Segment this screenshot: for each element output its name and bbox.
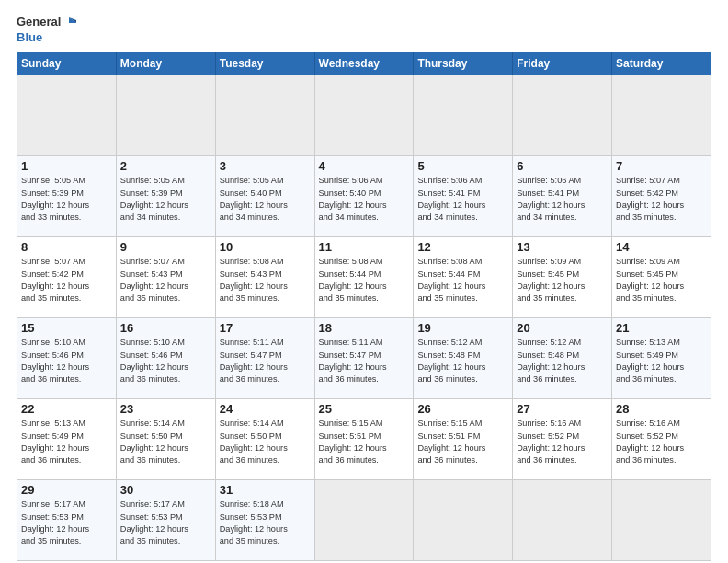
day-info: Sunrise: 5:16 AM Sunset: 5:52 PM Dayligh…	[517, 418, 608, 466]
calendar-cell	[314, 75, 414, 156]
calendar-cell: 11Sunrise: 5:08 AM Sunset: 5:44 PM Dayli…	[314, 237, 414, 318]
day-info: Sunrise: 5:09 AM Sunset: 5:45 PM Dayligh…	[517, 256, 608, 304]
calendar-cell: 24Sunrise: 5:14 AM Sunset: 5:50 PM Dayli…	[215, 399, 314, 480]
calendar-cell: 6Sunrise: 5:06 AM Sunset: 5:41 PM Daylig…	[513, 156, 612, 237]
day-number: 12	[417, 240, 508, 254]
calendar-cell: 23Sunrise: 5:14 AM Sunset: 5:50 PM Dayli…	[116, 399, 215, 480]
calendar-cell: 8Sunrise: 5:07 AM Sunset: 5:42 PM Daylig…	[17, 237, 117, 318]
calendar-cell: 27Sunrise: 5:16 AM Sunset: 5:52 PM Dayli…	[513, 399, 612, 480]
day-info: Sunrise: 5:08 AM Sunset: 5:44 PM Dayligh…	[319, 256, 410, 304]
calendar-cell: 1Sunrise: 5:05 AM Sunset: 5:39 PM Daylig…	[17, 156, 117, 237]
day-info: Sunrise: 5:12 AM Sunset: 5:48 PM Dayligh…	[517, 337, 608, 385]
day-number: 17	[220, 321, 311, 335]
calendar-cell	[513, 480, 612, 561]
day-number: 27	[517, 402, 608, 416]
day-info: Sunrise: 5:14 AM Sunset: 5:50 PM Dayligh…	[120, 418, 211, 466]
logo-text: General Blue	[17, 15, 76, 44]
day-info: Sunrise: 5:10 AM Sunset: 5:46 PM Dayligh…	[21, 337, 112, 385]
day-number: 26	[417, 402, 508, 416]
day-number: 6	[517, 159, 608, 173]
day-info: Sunrise: 5:18 AM Sunset: 5:53 PM Dayligh…	[220, 499, 311, 547]
calendar-cell: 4Sunrise: 5:06 AM Sunset: 5:40 PM Daylig…	[314, 156, 414, 237]
day-info: Sunrise: 5:15 AM Sunset: 5:51 PM Dayligh…	[319, 418, 410, 466]
calendar-week-row: 1Sunrise: 5:05 AM Sunset: 5:39 PM Daylig…	[17, 156, 711, 237]
calendar-cell: 31Sunrise: 5:18 AM Sunset: 5:53 PM Dayli…	[215, 480, 314, 561]
calendar-cell: 10Sunrise: 5:08 AM Sunset: 5:43 PM Dayli…	[215, 237, 314, 318]
calendar-cell: 26Sunrise: 5:15 AM Sunset: 5:51 PM Dayli…	[414, 399, 513, 480]
logo: General Blue	[17, 15, 76, 44]
calendar-cell: 15Sunrise: 5:10 AM Sunset: 5:46 PM Dayli…	[17, 318, 117, 399]
calendar-cell	[612, 75, 711, 156]
day-info: Sunrise: 5:11 AM Sunset: 5:47 PM Dayligh…	[220, 337, 311, 385]
calendar-cell: 18Sunrise: 5:11 AM Sunset: 5:47 PM Dayli…	[314, 318, 414, 399]
day-number: 23	[120, 402, 211, 416]
day-number: 30	[120, 483, 211, 497]
day-number: 19	[417, 321, 508, 335]
calendar-cell: 14Sunrise: 5:09 AM Sunset: 5:45 PM Dayli…	[612, 237, 711, 318]
column-header-monday: Monday	[116, 52, 215, 75]
day-info: Sunrise: 5:06 AM Sunset: 5:40 PM Dayligh…	[319, 175, 410, 224]
day-info: Sunrise: 5:15 AM Sunset: 5:51 PM Dayligh…	[417, 418, 508, 466]
calendar-cell: 28Sunrise: 5:16 AM Sunset: 5:52 PM Dayli…	[612, 399, 711, 480]
day-number: 21	[616, 321, 707, 335]
day-number: 16	[120, 321, 211, 335]
day-number: 9	[120, 240, 211, 254]
calendar-cell: 21Sunrise: 5:13 AM Sunset: 5:49 PM Dayli…	[612, 318, 711, 399]
calendar-cell	[612, 480, 711, 561]
day-number: 25	[319, 402, 410, 416]
calendar-cell	[314, 480, 414, 561]
day-info: Sunrise: 5:17 AM Sunset: 5:53 PM Dayligh…	[21, 499, 112, 547]
calendar-week-row: 22Sunrise: 5:13 AM Sunset: 5:49 PM Dayli…	[17, 399, 711, 480]
calendar-cell: 12Sunrise: 5:08 AM Sunset: 5:44 PM Dayli…	[414, 237, 513, 318]
calendar-cell: 3Sunrise: 5:05 AM Sunset: 5:40 PM Daylig…	[215, 156, 314, 237]
day-info: Sunrise: 5:06 AM Sunset: 5:41 PM Dayligh…	[517, 175, 608, 224]
calendar-cell: 22Sunrise: 5:13 AM Sunset: 5:49 PM Dayli…	[17, 399, 117, 480]
calendar-week-row: 29Sunrise: 5:17 AM Sunset: 5:53 PM Dayli…	[17, 480, 711, 561]
column-header-saturday: Saturday	[612, 52, 711, 75]
calendar-table: SundayMondayTuesdayWednesdayThursdayFrid…	[17, 52, 711, 561]
day-info: Sunrise: 5:05 AM Sunset: 5:40 PM Dayligh…	[220, 175, 311, 224]
calendar-cell	[17, 75, 117, 156]
calendar-week-row	[17, 75, 711, 156]
column-header-friday: Friday	[513, 52, 612, 75]
day-info: Sunrise: 5:16 AM Sunset: 5:52 PM Dayligh…	[616, 418, 707, 466]
day-number: 14	[616, 240, 707, 254]
day-number: 15	[21, 321, 112, 335]
calendar-cell: 25Sunrise: 5:15 AM Sunset: 5:51 PM Dayli…	[314, 399, 414, 480]
calendar-cell: 13Sunrise: 5:09 AM Sunset: 5:45 PM Dayli…	[513, 237, 612, 318]
calendar-cell	[215, 75, 314, 156]
calendar-cell: 29Sunrise: 5:17 AM Sunset: 5:53 PM Dayli…	[17, 480, 117, 561]
day-info: Sunrise: 5:14 AM Sunset: 5:50 PM Dayligh…	[220, 418, 311, 466]
calendar-cell: 17Sunrise: 5:11 AM Sunset: 5:47 PM Dayli…	[215, 318, 314, 399]
day-number: 20	[517, 321, 608, 335]
day-number: 7	[616, 159, 707, 173]
day-number: 29	[21, 483, 112, 497]
day-info: Sunrise: 5:05 AM Sunset: 5:39 PM Dayligh…	[21, 175, 112, 224]
day-info: Sunrise: 5:11 AM Sunset: 5:47 PM Dayligh…	[319, 337, 410, 385]
calendar-cell	[513, 75, 612, 156]
day-info: Sunrise: 5:12 AM Sunset: 5:48 PM Dayligh…	[417, 337, 508, 385]
day-number: 31	[220, 483, 311, 497]
calendar-cell: 16Sunrise: 5:10 AM Sunset: 5:46 PM Dayli…	[116, 318, 215, 399]
day-info: Sunrise: 5:07 AM Sunset: 5:42 PM Dayligh…	[616, 175, 707, 224]
day-info: Sunrise: 5:13 AM Sunset: 5:49 PM Dayligh…	[616, 337, 707, 385]
calendar-cell	[414, 75, 513, 156]
column-header-wednesday: Wednesday	[314, 52, 414, 75]
day-number: 28	[616, 402, 707, 416]
column-header-tuesday: Tuesday	[215, 52, 314, 75]
calendar-cell: 9Sunrise: 5:07 AM Sunset: 5:43 PM Daylig…	[116, 237, 215, 318]
calendar-cell: 20Sunrise: 5:12 AM Sunset: 5:48 PM Dayli…	[513, 318, 612, 399]
calendar-cell: 2Sunrise: 5:05 AM Sunset: 5:39 PM Daylig…	[116, 156, 215, 237]
day-info: Sunrise: 5:08 AM Sunset: 5:44 PM Dayligh…	[417, 256, 508, 304]
day-number: 4	[319, 159, 410, 173]
logo-wing-icon	[62, 16, 76, 30]
calendar-week-row: 15Sunrise: 5:10 AM Sunset: 5:46 PM Dayli…	[17, 318, 711, 399]
day-info: Sunrise: 5:05 AM Sunset: 5:39 PM Dayligh…	[120, 175, 211, 224]
column-header-thursday: Thursday	[414, 52, 513, 75]
calendar-cell	[414, 480, 513, 561]
day-number: 1	[21, 159, 112, 173]
day-number: 24	[220, 402, 311, 416]
calendar-cell: 5Sunrise: 5:06 AM Sunset: 5:41 PM Daylig…	[414, 156, 513, 237]
calendar-cell: 19Sunrise: 5:12 AM Sunset: 5:48 PM Dayli…	[414, 318, 513, 399]
day-info: Sunrise: 5:10 AM Sunset: 5:46 PM Dayligh…	[120, 337, 211, 385]
